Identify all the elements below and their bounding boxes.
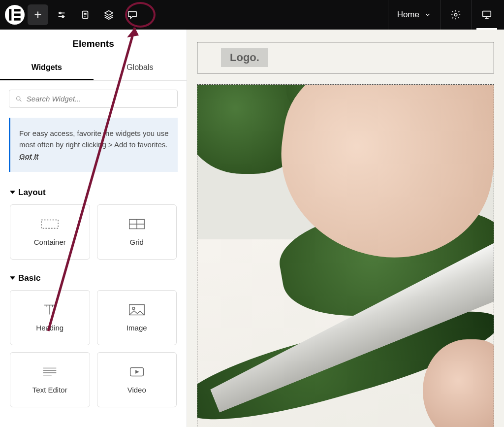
text-editor-icon bbox=[40, 365, 59, 379]
search-icon bbox=[15, 95, 23, 103]
top-bar: Home bbox=[0, 0, 504, 30]
notes-button[interactable] bbox=[122, 4, 143, 25]
document-icon bbox=[80, 9, 91, 20]
elements-panel: Elements Widgets Globals For easy access… bbox=[0, 30, 187, 427]
chat-icon bbox=[127, 9, 138, 20]
site-settings-button[interactable] bbox=[51, 4, 72, 25]
logo-placeholder[interactable]: Logo. bbox=[221, 48, 268, 67]
tip-text: For easy access, favorite the widgets yo… bbox=[19, 129, 168, 149]
favorites-tip: For easy access, favorite the widgets yo… bbox=[9, 118, 178, 172]
search-widget-field[interactable] bbox=[9, 90, 178, 108]
panel-title: Elements bbox=[0, 30, 187, 56]
svg-marker-10 bbox=[10, 191, 15, 194]
topbar-divider bbox=[440, 0, 441, 30]
tip-dismiss-link[interactable]: Got It bbox=[19, 152, 38, 161]
canvas-header-section[interactable]: Logo. bbox=[197, 42, 494, 73]
widget-container[interactable]: Container bbox=[10, 204, 90, 260]
page-switch-dropdown[interactable]: Home bbox=[393, 10, 435, 20]
grid-icon bbox=[127, 217, 146, 231]
svg-marker-13 bbox=[10, 276, 15, 280]
page-settings-button[interactable] bbox=[75, 4, 95, 25]
container-icon bbox=[40, 217, 59, 231]
layers-icon bbox=[103, 9, 114, 20]
svg-marker-17 bbox=[135, 370, 139, 374]
svg-point-9 bbox=[16, 97, 20, 100]
panel-tabs: Widgets Globals bbox=[0, 56, 187, 81]
search-widget-input[interactable] bbox=[27, 95, 171, 103]
caret-down-icon bbox=[10, 190, 15, 195]
category-basic-header[interactable]: Basic bbox=[0, 266, 187, 287]
editor-canvas[interactable]: Logo. bbox=[187, 30, 504, 427]
caret-down-icon bbox=[10, 275, 15, 281]
structure-button[interactable] bbox=[98, 4, 119, 25]
gear-icon bbox=[450, 9, 461, 20]
widget-image[interactable]: Image bbox=[97, 290, 177, 345]
elementor-logo-button[interactable] bbox=[5, 5, 25, 25]
category-basic-label: Basic bbox=[18, 273, 40, 283]
tab-globals[interactable]: Globals bbox=[94, 56, 187, 80]
svg-rect-8 bbox=[483, 11, 491, 16]
topbar-divider bbox=[471, 0, 472, 30]
widget-grid-label: Grid bbox=[130, 238, 144, 246]
sliders-icon bbox=[56, 9, 67, 20]
widget-video[interactable]: Video bbox=[97, 352, 177, 407]
category-layout-header[interactable]: Layout bbox=[0, 181, 187, 201]
widget-grid[interactable]: Grid bbox=[97, 204, 177, 260]
heading-icon bbox=[40, 303, 59, 317]
add-element-button[interactable] bbox=[28, 4, 48, 25]
svg-rect-11 bbox=[41, 220, 58, 229]
image-icon bbox=[127, 303, 146, 317]
widget-heading-label: Heading bbox=[36, 324, 63, 332]
chevron-down-icon bbox=[424, 11, 431, 18]
widget-text-editor-label: Text Editor bbox=[32, 386, 67, 394]
topbar-divider bbox=[388, 0, 388, 30]
desktop-icon bbox=[481, 9, 492, 20]
video-icon bbox=[127, 365, 146, 379]
svg-point-15 bbox=[132, 307, 135, 310]
widget-heading[interactable]: Heading bbox=[10, 290, 90, 345]
widget-container-label: Container bbox=[34, 238, 66, 246]
category-layout-label: Layout bbox=[18, 188, 46, 197]
widget-video-label: Video bbox=[127, 386, 146, 394]
widget-image-label: Image bbox=[126, 324, 147, 332]
canvas-hero-image-section[interactable] bbox=[197, 84, 494, 427]
svg-rect-3 bbox=[14, 18, 20, 21]
svg-rect-0 bbox=[9, 9, 11, 20]
responsive-mode-button[interactable] bbox=[476, 0, 497, 30]
svg-point-7 bbox=[454, 13, 457, 16]
tab-widgets[interactable]: Widgets bbox=[0, 56, 94, 80]
settings-gear-button[interactable] bbox=[445, 4, 466, 25]
widget-text-editor[interactable]: Text Editor bbox=[10, 352, 90, 407]
page-switch-label: Home bbox=[397, 10, 419, 20]
svg-rect-1 bbox=[14, 9, 20, 11]
svg-rect-2 bbox=[14, 14, 20, 16]
plus-icon bbox=[32, 9, 43, 20]
elementor-icon bbox=[5, 5, 25, 25]
